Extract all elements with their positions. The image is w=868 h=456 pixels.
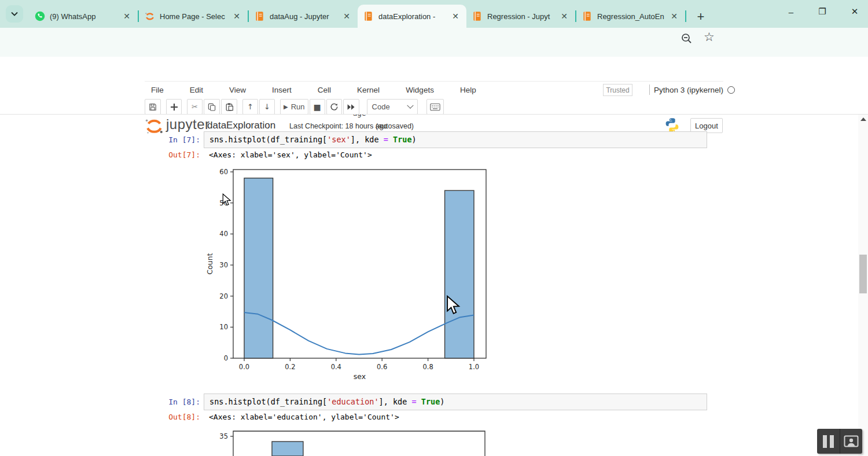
- tab-list: (9) WhatsApp✕Home Page - Selec✕dataAug -…: [29, 5, 709, 28]
- window-minimize-button[interactable]: –: [778, 0, 804, 23]
- menu-cell[interactable]: Cell: [312, 84, 336, 95]
- tab-label: Home Page - Selec: [160, 12, 227, 21]
- notebook-icon: [255, 11, 264, 21]
- move-cell-up-button[interactable]: ↑: [242, 99, 258, 115]
- svg-text:0.6: 0.6: [377, 363, 387, 371]
- menu-edit[interactable]: Edit: [185, 84, 208, 95]
- browser-tab-0[interactable]: (9) WhatsApp✕: [29, 5, 138, 28]
- svg-text:0.2: 0.2: [285, 363, 295, 371]
- trusted-badge: Trusted: [603, 84, 632, 96]
- stop-icon: ■: [313, 102, 321, 112]
- notebook-icon: [582, 11, 592, 21]
- add-cell-button[interactable]: [166, 99, 182, 115]
- cell-type-select[interactable]: Code: [367, 99, 418, 115]
- chevron-down-icon: [11, 12, 18, 16]
- notebook-scrollbar[interactable]: [858, 115, 868, 456]
- tab-label: (9) WhatsApp: [50, 12, 117, 21]
- tab-close-icon[interactable]: ✕: [450, 12, 461, 21]
- menu-help[interactable]: Help: [455, 84, 481, 95]
- tab-close-icon[interactable]: ✕: [122, 12, 132, 21]
- paste-icon: [225, 102, 234, 112]
- browser-tab-4[interactable]: Regression - Jupyt✕: [466, 5, 575, 28]
- window-close-button[interactable]: ✕: [842, 0, 867, 23]
- kernel-separator: [649, 84, 650, 95]
- svg-text:35: 35: [219, 432, 228, 440]
- svg-text:sex: sex: [354, 372, 366, 381]
- chevron-down-icon: [407, 102, 413, 108]
- magnifier-minus-icon: [680, 32, 694, 46]
- sex-histogram-chart: 01020304050600.00.20.40.60.81.0sexCount: [203, 165, 503, 391]
- cell-type-value: Code: [372, 102, 390, 111]
- tab-label: dataExploration -: [378, 12, 446, 21]
- cell8-input-prompt: In [8]:: [145, 398, 200, 406]
- arrow-down-icon: ↓: [264, 102, 270, 111]
- keyboard-icon: [430, 103, 440, 111]
- svg-text:1.0: 1.0: [469, 363, 479, 371]
- cell7-code-input[interactable]: sns.histplot(df_training['sex'], kde = T…: [204, 131, 707, 148]
- restart-run-all-button[interactable]: [343, 99, 359, 115]
- play-icon: ▶: [284, 104, 288, 110]
- zoom-out-page-button[interactable]: [680, 32, 694, 46]
- recorder-webcam-button[interactable]: [840, 429, 863, 454]
- interrupt-kernel-button[interactable]: ■: [310, 99, 325, 115]
- tab-close-icon[interactable]: ✕: [559, 12, 569, 21]
- tab-search-button[interactable]: [6, 5, 23, 23]
- tab-close-icon[interactable]: ✕: [231, 12, 242, 21]
- copy-cell-button[interactable]: [204, 99, 220, 115]
- window-maximize-button[interactable]: ❐: [810, 0, 835, 23]
- cell7-output-prompt: Out[7]:: [145, 150, 200, 159]
- browser-tab-1[interactable]: Home Page - Selec✕: [139, 5, 248, 28]
- browser-toolbar: ← → localhost:8888/notebooks/dataExplora…: [0, 28, 868, 57]
- webcam-icon: [844, 435, 859, 447]
- menu-kernel[interactable]: Kernel: [352, 84, 385, 95]
- svg-text:Count: Count: [205, 253, 214, 274]
- clipped-previous-chart-label: age: [346, 115, 375, 119]
- svg-text:30: 30: [219, 261, 228, 269]
- move-cell-down-button[interactable]: ↓: [259, 99, 275, 115]
- whatsapp-icon: [35, 11, 45, 21]
- screen-recorder-overlay: [817, 429, 862, 454]
- browser-tab-3[interactable]: dataExploration -✕: [358, 5, 466, 28]
- tab-label: dataAug - Jupyter: [270, 12, 337, 21]
- notebook-menubar: FileEditViewInsertCellKernelWidgetsHelp: [0, 81, 868, 98]
- restart-kernel-button[interactable]: [326, 99, 342, 115]
- cell8-code-input[interactable]: sns.histplot(df_training['education'], k…: [204, 394, 707, 410]
- browser-tab-5[interactable]: Regression_AutoEn✕: [576, 5, 685, 28]
- scrollbar-thumb[interactable]: [859, 255, 867, 293]
- menu-widgets[interactable]: Widgets: [400, 84, 439, 95]
- run-cell-button[interactable]: ▶ Run: [280, 99, 308, 115]
- svg-text:20: 20: [219, 292, 228, 300]
- menu-file[interactable]: File: [146, 84, 169, 95]
- svg-text:0.0: 0.0: [239, 363, 249, 371]
- svg-text:50: 50: [219, 199, 228, 207]
- svg-text:10: 10: [219, 323, 228, 331]
- cell7-code-text: sns.histplot(df_training['sex'], kde = T…: [209, 135, 417, 144]
- save-button[interactable]: [145, 99, 161, 115]
- svg-text:0: 0: [224, 354, 228, 362]
- kernel-idle-icon: [727, 86, 735, 94]
- bookmark-star-icon[interactable]: ☆: [704, 30, 718, 44]
- jupyter-ring-icon: [145, 11, 155, 21]
- tab-separator: [685, 10, 686, 22]
- tab-close-icon[interactable]: ✕: [669, 12, 679, 21]
- tab-label: Regression_AutoEn: [597, 12, 664, 21]
- arrow-up-icon: ↑: [247, 102, 253, 111]
- run-label: Run: [291, 102, 305, 111]
- new-tab-button[interactable]: +: [692, 8, 709, 25]
- cut-cell-button[interactable]: ✂: [187, 99, 203, 115]
- cell7-output-text: <Axes: xlabel='sex', ylabel='Count'>: [209, 150, 372, 159]
- command-palette-button[interactable]: [426, 99, 444, 115]
- paste-cell-button[interactable]: [221, 99, 237, 115]
- tab-close-icon[interactable]: ✕: [341, 12, 352, 21]
- notebook-icon: [472, 11, 482, 21]
- recorder-pause-button[interactable]: [817, 429, 840, 454]
- jupyter-logo-text[interactable]: jupyter: [166, 116, 210, 133]
- autosave-status: (autosaved): [376, 122, 414, 130]
- browser-tab-2[interactable]: dataAug - Jupyter✕: [249, 5, 358, 28]
- notebook-title[interactable]: dataExploration: [207, 120, 275, 131]
- svg-text:40: 40: [219, 230, 228, 238]
- jupyter-logo-icon[interactable]: [144, 116, 164, 136]
- menu-insert[interactable]: Insert: [267, 84, 297, 95]
- scrollbar-up-arrow-icon[interactable]: [860, 117, 866, 121]
- menu-view[interactable]: View: [224, 84, 251, 95]
